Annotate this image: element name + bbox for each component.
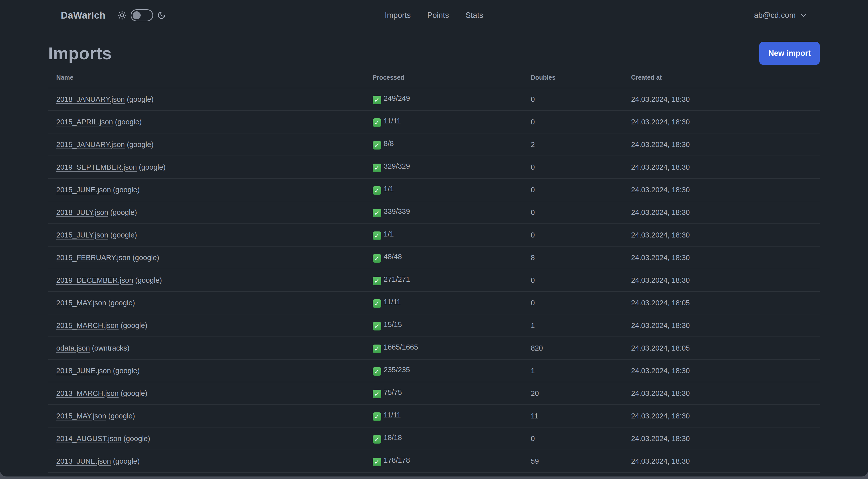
check-icon: ✓ bbox=[373, 345, 381, 353]
cell-name: 2015_JANUARY.json (google) bbox=[48, 133, 365, 156]
cell-processed: ✓18/18 bbox=[365, 427, 523, 450]
table-row: 2015_JANUARY.json (google)✓8/8224.03.202… bbox=[48, 133, 820, 156]
import-file-link[interactable]: 2018_JUNE.json bbox=[56, 367, 111, 375]
table-row: 2018_JUNE.json (google)✓235/235124.03.20… bbox=[48, 359, 820, 382]
import-file-link[interactable]: 2018_JULY.json bbox=[56, 208, 108, 216]
import-file-link[interactable]: 2015_MAY.json bbox=[56, 299, 106, 307]
import-source: (google) bbox=[113, 118, 142, 126]
user-menu[interactable]: ab@cd.com bbox=[754, 11, 807, 20]
cell-processed: ✓11/11 bbox=[365, 111, 523, 133]
cell-processed: ✓48/48 bbox=[365, 246, 523, 269]
import-file-link[interactable]: odata.json bbox=[56, 344, 90, 352]
check-icon: ✓ bbox=[373, 254, 381, 263]
cell-doubles: 59 bbox=[523, 450, 623, 473]
table-row: 2018_JULY.json (google)✓339/339024.03.20… bbox=[48, 201, 820, 224]
import-file-link[interactable]: 2015_MAY.json bbox=[56, 412, 106, 420]
nav-item-imports: Imports bbox=[385, 11, 411, 20]
cell-name: 2015_MAY.json (google) bbox=[48, 292, 365, 314]
table-row: 2015_JULY.json (google)✓1/1024.03.2024, … bbox=[48, 224, 820, 246]
import-source: (google) bbox=[111, 186, 140, 194]
processed-count: 48/48 bbox=[384, 252, 402, 261]
import-file-link[interactable]: 2015_MARCH.json bbox=[56, 322, 119, 329]
import-file-link[interactable]: 2013_JUNE.json bbox=[56, 457, 111, 465]
processed-count: 1/1 bbox=[384, 185, 394, 193]
sun-icon bbox=[118, 11, 127, 20]
import-file-link[interactable]: 2013_MARCH.json bbox=[56, 389, 119, 397]
nav-link-points[interactable]: Points bbox=[427, 11, 449, 20]
nav-item-points: Points bbox=[427, 11, 449, 20]
cell-processed: ✓249/249 bbox=[365, 88, 523, 111]
import-file-link[interactable]: 2018_JANUARY.json bbox=[56, 95, 125, 103]
import-file-link[interactable]: 2015_JUNE.json bbox=[56, 186, 111, 194]
cell-created-at: 24.03.2024, 18:05 bbox=[623, 292, 820, 314]
table-row: 2018_JANUARY.json (google)✓249/249024.03… bbox=[48, 88, 820, 111]
cell-name: 2015_APRIL.json (google) bbox=[48, 111, 365, 133]
cell-doubles: 11 bbox=[523, 405, 623, 427]
new-import-button[interactable]: New import bbox=[759, 42, 820, 65]
cell-created-at: 24.03.2024, 18:30 bbox=[623, 111, 820, 133]
import-file-link[interactable]: 2015_JANUARY.json bbox=[56, 141, 125, 149]
processed-count: 178/178 bbox=[384, 456, 410, 464]
nav-link-stats[interactable]: Stats bbox=[465, 11, 483, 20]
processed-count: 15/15 bbox=[384, 321, 402, 328]
moon-icon bbox=[157, 11, 166, 20]
cell-created-at: 24.03.2024, 18:30 bbox=[623, 224, 820, 246]
cell-processed: ✓339/339 bbox=[365, 201, 523, 224]
imports-table: NameProcessedDoublesCreated at 2018_JANU… bbox=[48, 70, 820, 477]
cell-processed: ✓15/15 bbox=[365, 314, 523, 337]
nav-item-stats: Stats bbox=[465, 11, 483, 20]
import-file-link[interactable]: 2015_JULY.json bbox=[56, 231, 108, 239]
import-file-link[interactable]: 2014_AUGUST.json bbox=[56, 435, 122, 443]
cell-doubles: 0 bbox=[523, 178, 623, 201]
cell-doubles: 20 bbox=[523, 382, 623, 405]
app-logo[interactable]: DaWarIch bbox=[61, 10, 105, 21]
cell-doubles: 0 bbox=[523, 427, 623, 450]
import-file-link[interactable]: 2015_APRIL.json bbox=[56, 118, 113, 126]
cell-name: 2018_JULY.json (google) bbox=[48, 201, 365, 224]
check-icon: ✓ bbox=[373, 299, 381, 308]
import-file-link[interactable]: 2019_SEPTEMBER.json bbox=[56, 163, 137, 171]
cell-name: 2013_MARCH.json (google) bbox=[48, 382, 365, 405]
cell-doubles: 1 bbox=[523, 314, 623, 337]
cell-created-at: 24.03.2024, 18:30 bbox=[623, 427, 820, 450]
cell-created-at: 24.03.2024, 18:30 bbox=[623, 382, 820, 405]
table-row: odata.json (owntracks)✓1665/166582024.03… bbox=[48, 337, 820, 359]
brand-group: DaWarIch bbox=[61, 9, 166, 21]
cell-processed: ✓11/11 bbox=[365, 405, 523, 427]
import-source: (google) bbox=[125, 141, 153, 149]
check-icon: ✓ bbox=[373, 96, 381, 104]
cell-name: 2015_JULY.json (google) bbox=[48, 224, 365, 246]
cell-name: 2018_JANUARY.json (google) bbox=[48, 88, 365, 111]
import-source: (google) bbox=[111, 367, 140, 375]
cell-doubles bbox=[523, 473, 623, 477]
cell-name: 2015_JUNE.json (google) bbox=[48, 178, 365, 201]
table-row: 2015_APRIL.json (google)✓11/11024.03.202… bbox=[48, 111, 820, 133]
import-file-link[interactable]: 2015_FEBRUARY.json bbox=[56, 253, 131, 262]
cell-name bbox=[48, 473, 365, 477]
check-icon: ✓ bbox=[373, 209, 381, 217]
cell-created-at: 24.03.2024, 18:05 bbox=[623, 337, 820, 359]
app-window: DaWarIch bbox=[0, 0, 868, 477]
import-source: (google) bbox=[131, 253, 159, 262]
cell-doubles: 0 bbox=[523, 88, 623, 111]
import-file-link[interactable]: 2019_DECEMBER.json bbox=[56, 276, 133, 284]
cell-created-at: 24.03.2024, 18:30 bbox=[623, 314, 820, 337]
cell-created-at bbox=[623, 473, 820, 477]
check-icon: ✓ bbox=[373, 390, 381, 398]
check-icon: ✓ bbox=[373, 412, 381, 421]
nav-link-imports[interactable]: Imports bbox=[385, 11, 411, 20]
cell-doubles: 2 bbox=[523, 133, 623, 156]
import-source: (google) bbox=[106, 299, 135, 307]
column-header-name: Name bbox=[48, 70, 365, 88]
processed-count: 329/329 bbox=[384, 162, 410, 170]
table-row: 2015_JUNE.json (google)✓1/1024.03.2024, … bbox=[48, 178, 820, 201]
table-row: 2019_SEPTEMBER.json (google)✓329/329024.… bbox=[48, 156, 820, 178]
table-row: 2013_JUNE.json (google)✓178/1785924.03.2… bbox=[48, 450, 820, 473]
processed-count: 271/271 bbox=[384, 275, 410, 283]
column-header-processed: Processed bbox=[365, 70, 523, 88]
processed-count: 1665/1665 bbox=[384, 343, 418, 351]
column-header-created-at: Created at bbox=[623, 70, 820, 88]
theme-toggle[interactable] bbox=[131, 9, 153, 21]
cell-doubles: 0 bbox=[523, 111, 623, 133]
cell-created-at: 24.03.2024, 18:30 bbox=[623, 156, 820, 178]
